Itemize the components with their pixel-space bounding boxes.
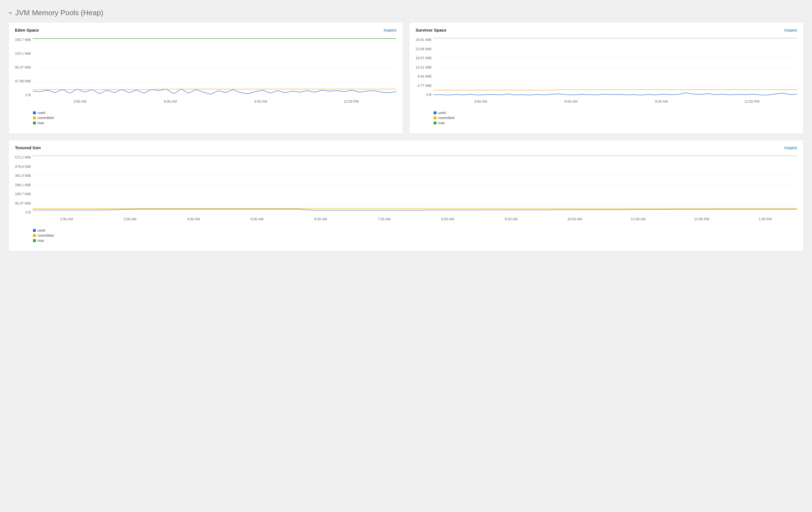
x-tick-label: 9:00 AM — [616, 99, 707, 104]
legend-item-used[interactable]: used — [33, 111, 397, 115]
y-tick-label: 190.7 MiB — [15, 192, 31, 196]
y-tick-label: 0 B — [426, 93, 432, 97]
chart-legend: usedcommittedmax — [33, 228, 797, 243]
legend-label: committed — [37, 234, 54, 237]
legend-swatch — [434, 121, 436, 124]
legend-label: max — [37, 121, 44, 125]
x-tick-label: 12:00 PM — [306, 99, 397, 104]
x-tick-label: 7:00 AM — [352, 217, 416, 221]
y-tick-label: 190.7 MiB — [15, 38, 31, 42]
legend-swatch — [33, 229, 36, 232]
y-tick-label: 9.54 MiB — [417, 75, 431, 79]
legend-label: used — [438, 111, 446, 115]
section-header[interactable]: JVM Memory Pools (Heap) — [8, 8, 804, 17]
chart-legend: usedcommittedmax — [434, 111, 797, 125]
legend-swatch — [434, 111, 436, 114]
inspect-link[interactable]: Inspect — [384, 28, 397, 32]
legend-label: max — [37, 239, 44, 243]
x-tick-label: 6:00 AM — [526, 99, 616, 104]
x-tick-label: 6:00 AM — [289, 217, 352, 221]
x-tick-label: 8:00 AM — [416, 217, 479, 221]
y-tick-label: 19.07 MiB — [415, 56, 431, 60]
y-tick-label: 14.31 MiB — [415, 66, 431, 69]
y-tick-label: 28.61 MiB — [415, 38, 431, 42]
legend-item-used[interactable]: used — [434, 111, 797, 115]
panel-title: Eden Space — [15, 28, 39, 32]
panel-title: Survivor Space — [415, 28, 446, 32]
y-tick-label: 95.37 MiB — [15, 66, 31, 69]
series-used — [433, 93, 797, 95]
legend-item-max[interactable]: max — [33, 121, 397, 125]
legend-item-used[interactable]: used — [33, 228, 797, 232]
legend-swatch — [33, 234, 36, 237]
chart-legend: usedcommittedmax — [33, 111, 397, 125]
panel-title: Tenured Gen — [15, 145, 40, 150]
x-tick-label: 3:00 AM — [35, 99, 125, 104]
y-tick-label: 47.68 MiB — [15, 80, 31, 83]
y-axis: 190.7 MiB143.1 MiB95.37 MiB47.68 MiB0 B — [15, 38, 31, 97]
series-committed — [33, 208, 797, 209]
x-tick-label: 5:00 AM — [225, 217, 289, 221]
inspect-link[interactable]: Inspect — [784, 28, 797, 32]
legend-item-max[interactable]: max — [434, 121, 797, 125]
chevron-down-icon — [8, 11, 12, 15]
x-tick-label: 2:00 AM — [35, 217, 98, 221]
legend-swatch — [33, 239, 36, 242]
x-tick-label: 1:00 PM — [734, 217, 797, 221]
legend-swatch — [33, 121, 36, 124]
series-committed — [33, 89, 397, 90]
legend-label: used — [37, 228, 45, 232]
legend-swatch — [33, 116, 36, 119]
x-tick-label: 12:00 PM — [706, 99, 797, 104]
chart-plot — [433, 38, 797, 97]
chart-plot — [32, 38, 397, 97]
y-tick-label: 286.1 MiB — [15, 183, 31, 187]
y-tick-label: 0 B — [26, 93, 31, 97]
x-axis: 3:00 AM6:00 AM9:00 AM12:00 PM — [435, 99, 797, 104]
legend-label: committed — [37, 116, 54, 120]
series-committed — [433, 90, 797, 90]
series-used — [33, 89, 397, 94]
x-tick-label: 4:00 AM — [162, 217, 225, 221]
x-axis: 2:00 AM3:00 AM4:00 AM5:00 AM6:00 AM7:00 … — [35, 217, 797, 221]
legend-item-committed[interactable]: committed — [33, 116, 397, 120]
y-tick-label: 572.2 MiB — [15, 156, 31, 160]
section-title: JVM Memory Pools (Heap) — [15, 8, 103, 17]
panel-tenured-gen: Tenured Gen Inspect 572.2 MiB476.8 MiB38… — [8, 140, 804, 251]
legend-label: committed — [438, 116, 455, 120]
legend-label: max — [438, 121, 445, 125]
x-tick-label: 3:00 AM — [98, 217, 162, 221]
panel-eden-space: Eden Space Inspect 190.7 MiB143.1 MiB95.… — [8, 22, 403, 134]
y-tick-label: 95.37 MiB — [15, 202, 31, 205]
y-tick-label: 0 B — [26, 211, 31, 215]
legend-item-committed[interactable]: committed — [434, 116, 797, 120]
y-tick-label: 143.1 MiB — [15, 52, 31, 56]
legend-label: used — [37, 111, 45, 115]
legend-item-committed[interactable]: committed — [33, 234, 797, 237]
y-tick-label: 23.84 MiB — [415, 48, 431, 51]
y-tick-label: 476.8 MiB — [15, 165, 31, 169]
panel-survivor-space: Survivor Space Inspect 28.61 MiB23.84 Mi… — [409, 22, 804, 134]
x-tick-label: 11:00 AM — [606, 217, 670, 221]
x-tick-label: 3:00 AM — [435, 99, 526, 104]
x-tick-label: 9:00 AM — [479, 217, 543, 221]
y-tick-label: 4.77 MiB — [417, 84, 431, 88]
legend-swatch — [434, 116, 436, 119]
legend-swatch — [33, 111, 36, 114]
legend-item-max[interactable]: max — [33, 239, 797, 243]
chart-plot — [32, 156, 797, 215]
x-tick-label: 6:00 AM — [125, 99, 216, 104]
y-axis: 28.61 MiB23.84 MiB19.07 MiB14.31 MiB9.54… — [415, 38, 431, 97]
x-tick-label: 12:00 PM — [670, 217, 733, 221]
y-tick-label: 381.5 MiB — [15, 174, 31, 178]
x-tick-label: 10:00 AM — [543, 217, 606, 221]
series-used — [33, 209, 797, 210]
y-axis: 572.2 MiB476.8 MiB381.5 MiB286.1 MiB190.… — [15, 156, 31, 215]
x-axis: 3:00 AM6:00 AM9:00 AM12:00 PM — [35, 99, 397, 104]
x-tick-label: 9:00 AM — [216, 99, 306, 104]
inspect-link[interactable]: Inspect — [784, 146, 797, 150]
